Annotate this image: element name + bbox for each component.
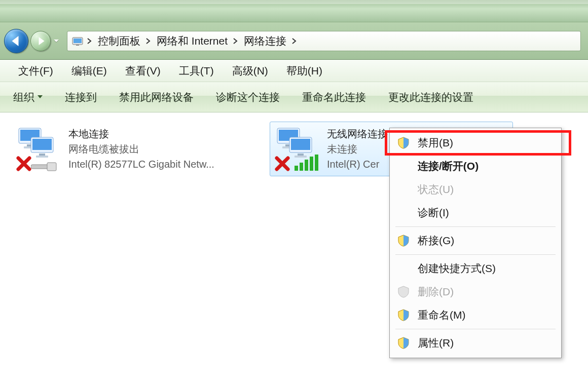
menu-edit[interactable]: 编辑(E) <box>62 64 116 78</box>
connection-text: 本地连接 网络电缆被拔出 Intel(R) 82577LC Gigabit Ne… <box>68 126 214 172</box>
svg-rect-25 <box>315 155 318 171</box>
cmd-change-settings[interactable]: 更改此连接的设置 <box>377 90 485 104</box>
breadcrumb[interactable]: 控制面板 网络和 Internet 网络连接 <box>67 31 581 51</box>
ctx-bridge-label: 桥接(G) <box>418 234 454 248</box>
breadcrumb-root-chevron[interactable] <box>86 31 93 51</box>
shield-icon <box>396 235 411 247</box>
svg-rect-2 <box>76 45 79 46</box>
cmd-organize[interactable]: 组织 <box>10 90 54 104</box>
ctx-bridge[interactable]: 桥接(G) <box>391 229 560 252</box>
ctx-properties[interactable]: 属性(R) <box>391 331 560 355</box>
network-adapter-icon <box>16 126 61 172</box>
wifi-signal-icon <box>295 155 319 172</box>
shield-icon <box>396 286 411 298</box>
svg-rect-21 <box>295 166 298 171</box>
svg-rect-11 <box>31 165 48 169</box>
svg-rect-23 <box>305 160 308 171</box>
breadcrumb-seg-2[interactable]: 网络连接 <box>239 34 290 48</box>
breadcrumb-seg-1[interactable]: 网络和 Internet <box>152 34 232 48</box>
ctx-delete-label: 删除(D) <box>418 285 454 299</box>
nav-history-dropdown[interactable] <box>51 31 62 51</box>
back-button[interactable] <box>4 29 28 53</box>
breadcrumb-chevron-icon[interactable] <box>232 31 239 51</box>
ctx-disable-label: 禁用(B) <box>418 136 453 150</box>
svg-rect-8 <box>32 139 52 150</box>
command-bar: 组织 连接到 禁用此网络设备 诊断这个连接 重命名此连接 更改此连接的设置 <box>0 82 588 112</box>
shield-icon <box>396 309 411 321</box>
location-icon <box>71 35 84 47</box>
chevron-down-icon <box>53 39 59 43</box>
svg-rect-10 <box>36 156 48 158</box>
ethernet-plug-icon <box>31 162 57 172</box>
breadcrumb-chevron-icon[interactable] <box>144 31 152 51</box>
ctx-shortcut[interactable]: 创建快捷方式(S) <box>391 257 560 280</box>
chevron-down-icon <box>38 95 43 99</box>
cmd-connect-to[interactable]: 连接到 <box>54 90 108 104</box>
ctx-connect-disconnect[interactable]: 连接/断开(O) <box>391 155 560 178</box>
ctx-delete: 删除(D) <box>391 280 560 303</box>
menu-file[interactable]: 文件(F) <box>9 64 62 78</box>
ctx-diagnose-label: 诊断(I) <box>418 206 449 220</box>
menu-advanced[interactable]: 高级(N) <box>223 64 277 78</box>
forward-button[interactable] <box>30 31 51 51</box>
connection-status: 未连接 <box>327 141 388 157</box>
connection-name: 无线网络连接 <box>327 126 388 141</box>
context-menu: 禁用(B) 连接/断开(O) 状态(U) 诊断(I) 桥接(G) 创建快捷方式(… <box>389 128 562 358</box>
connection-text: 无线网络连接 未连接 Intel(R) Cer <box>327 126 388 172</box>
ctx-sep <box>395 254 556 255</box>
shield-icon <box>396 337 411 349</box>
svg-rect-12 <box>47 163 56 171</box>
svg-rect-9 <box>39 154 45 156</box>
connection-device: Intel(R) 82577LC Gigabit Netw... <box>68 157 214 172</box>
ctx-rename[interactable]: 重命名(M) <box>391 303 560 327</box>
svg-rect-1 <box>74 39 82 43</box>
ctx-status: 状态(U) <box>391 178 560 201</box>
ctx-sep <box>395 226 556 227</box>
ctx-disable[interactable]: 禁用(B) <box>391 131 560 155</box>
ctx-sep <box>395 329 556 329</box>
error-x-icon <box>274 156 290 172</box>
ctx-diagnose[interactable]: 诊断(I) <box>391 201 560 224</box>
ctx-shortcut-label: 创建快捷方式(S) <box>418 261 496 276</box>
svg-rect-18 <box>291 139 310 150</box>
menu-help[interactable]: 帮助(H) <box>277 64 332 78</box>
cmd-diagnose[interactable]: 诊断这个连接 <box>205 90 291 104</box>
cmd-organize-label: 组织 <box>13 90 34 104</box>
breadcrumb-chevron-icon[interactable] <box>290 31 298 51</box>
svg-rect-22 <box>300 163 303 171</box>
cmd-disable-device[interactable]: 禁用此网络设备 <box>108 90 205 104</box>
cmd-rename[interactable]: 重命名此连接 <box>291 90 377 104</box>
network-adapter-icon <box>274 126 320 172</box>
ctx-properties-label: 属性(R) <box>418 336 454 350</box>
menu-bar: 文件(F) 编辑(E) 查看(V) 工具(T) 高级(N) 帮助(H) <box>0 60 588 82</box>
breadcrumb-seg-0[interactable]: 控制面板 <box>93 34 144 48</box>
ctx-rename-label: 重命名(M) <box>418 308 465 322</box>
window-titlebar <box>0 0 588 22</box>
menu-tools[interactable]: 工具(T) <box>170 64 223 78</box>
error-x-icon <box>16 156 32 172</box>
connection-status: 网络电缆被拔出 <box>68 141 214 157</box>
nav-row: 控制面板 网络和 Internet 网络连接 <box>0 22 588 60</box>
svg-rect-24 <box>310 157 313 171</box>
connection-name: 本地连接 <box>68 126 214 141</box>
shield-icon <box>396 137 411 149</box>
connection-device: Intel(R) Cer <box>327 157 388 172</box>
menu-view[interactable]: 查看(V) <box>116 64 170 78</box>
content-area: 本地连接 网络电缆被拔出 Intel(R) 82577LC Gigabit Ne… <box>0 112 588 383</box>
connection-tile-lan[interactable]: 本地连接 网络电缆被拔出 Intel(R) 82577LC Gigabit Ne… <box>11 122 254 176</box>
ctx-connect-label: 连接/断开(O) <box>418 159 479 173</box>
ctx-status-label: 状态(U) <box>418 182 454 197</box>
